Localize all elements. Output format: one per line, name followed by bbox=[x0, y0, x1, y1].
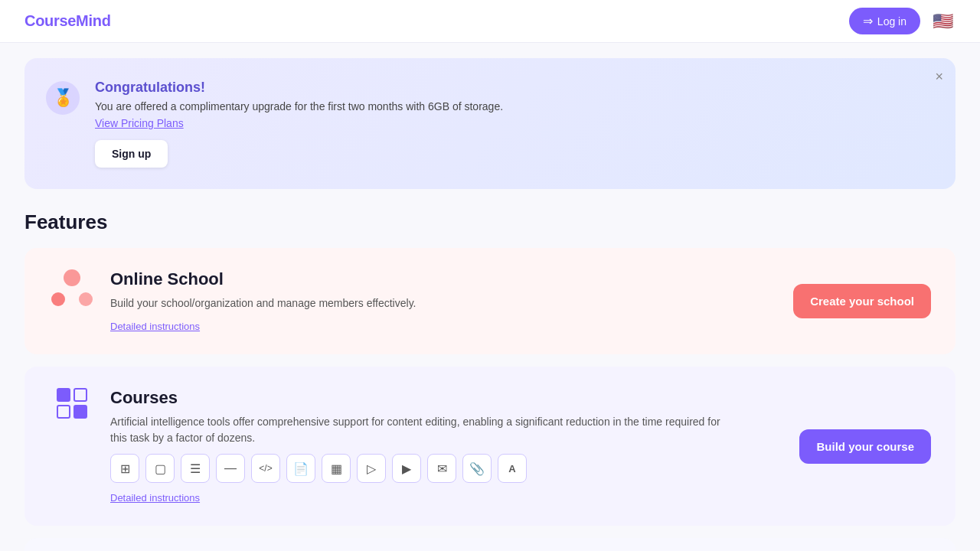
tool-code[interactable]: </> bbox=[251, 454, 280, 483]
main-content: 🏅 Congratulations! You are offered a com… bbox=[0, 43, 980, 551]
promo-title: Congratulations! bbox=[95, 80, 503, 96]
course-tools: ⊞ ▢ ☰ — </> 📄 ▦ ▷ ▶ ✉ 📎 A bbox=[110, 454, 784, 483]
courses-description: Artificial intelligence tools offer comp… bbox=[110, 414, 723, 446]
tool-doc[interactable]: 📄 bbox=[286, 454, 315, 483]
course-icon-cell-2 bbox=[74, 388, 87, 402]
build-course-button[interactable]: Build your course bbox=[799, 429, 931, 464]
tool-image[interactable]: ▢ bbox=[145, 454, 175, 483]
logo: CourseMind bbox=[24, 12, 111, 30]
promo-icon: 🏅 bbox=[46, 81, 80, 115]
courses-action: Build your course bbox=[799, 429, 931, 464]
course-icon-cell-3 bbox=[57, 405, 70, 419]
online-school-action: Create your school bbox=[793, 284, 931, 318]
tool-divider[interactable]: — bbox=[216, 454, 245, 483]
promo-banner: 🏅 Congratulations! You are offered a com… bbox=[24, 58, 956, 189]
tool-list[interactable]: ☰ bbox=[181, 454, 210, 483]
login-label: Log in bbox=[877, 15, 906, 28]
marketing-card: Marketing A range of marketing tools, en… bbox=[24, 538, 956, 551]
online-school-content: Online School Build your school/organiza… bbox=[110, 269, 778, 333]
features-title: Features bbox=[24, 210, 956, 234]
courses-icon-area bbox=[49, 388, 95, 419]
logo-mind: Mind bbox=[76, 12, 110, 29]
login-icon: ⇒ bbox=[863, 14, 873, 28]
build-course-label: Build your course bbox=[816, 440, 914, 453]
language-selector[interactable]: 🇺🇸 bbox=[929, 8, 956, 34]
tool-youtube[interactable]: ▶ bbox=[392, 454, 421, 483]
online-school-title: Online School bbox=[110, 269, 778, 289]
view-pricing-link[interactable]: View Pricing Plans bbox=[95, 117, 503, 129]
tool-attach[interactable]: 📎 bbox=[462, 454, 492, 483]
online-school-description: Build your school/organization and manag… bbox=[110, 295, 723, 311]
promo-body: You are offered a complimentary upgrade … bbox=[95, 100, 503, 112]
tool-text[interactable]: A bbox=[498, 454, 527, 483]
online-school-instructions-link[interactable]: Detailed instructions bbox=[110, 321, 200, 332]
navbar: CourseMind ⇒ Log in 🇺🇸 bbox=[0, 0, 980, 43]
flag-icon: 🇺🇸 bbox=[933, 11, 953, 31]
signup-button[interactable]: Sign up bbox=[95, 140, 168, 168]
tool-grid[interactable]: ⊞ bbox=[110, 454, 139, 483]
course-icon-cell-1 bbox=[57, 388, 70, 402]
close-promo-button[interactable]: × bbox=[935, 69, 943, 85]
courses-content: Courses Artificial intelligence tools of… bbox=[110, 388, 784, 504]
courses-card: Courses Artificial intelligence tools of… bbox=[24, 367, 956, 526]
tool-play[interactable]: ▷ bbox=[357, 454, 386, 483]
tool-email[interactable]: ✉ bbox=[427, 454, 456, 483]
courses-title: Courses bbox=[110, 388, 784, 408]
online-school-card: Online School Build your school/organiza… bbox=[24, 248, 956, 354]
promo-content: Congratulations! You are offered a compl… bbox=[95, 80, 503, 168]
tool-table[interactable]: ▦ bbox=[322, 454, 351, 483]
courses-instructions-link[interactable]: Detailed instructions bbox=[110, 492, 200, 504]
nav-right: ⇒ Log in 🇺🇸 bbox=[849, 8, 956, 34]
logo-course: Course bbox=[24, 12, 76, 29]
course-icon-cell-4 bbox=[74, 405, 87, 419]
create-school-button[interactable]: Create your school bbox=[793, 284, 931, 318]
login-button[interactable]: ⇒ Log in bbox=[849, 8, 920, 34]
online-school-icon-area bbox=[49, 269, 95, 306]
